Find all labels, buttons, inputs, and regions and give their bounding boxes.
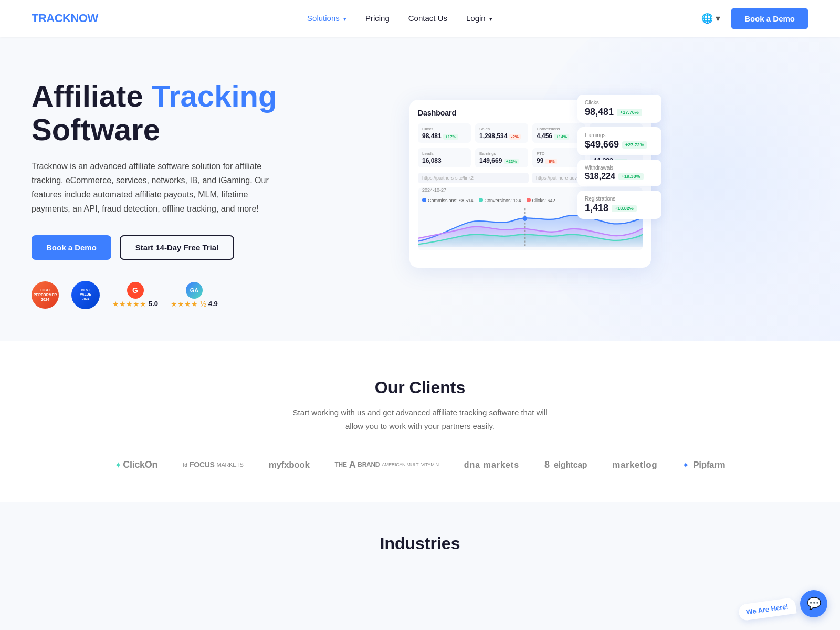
hero-section: Affiliate Tracking Software Tracknow is … <box>0 37 840 341</box>
stat-cards-column: Clicks 98,481 +17.76% Earnings $49,669 +… <box>578 94 662 219</box>
stat-clicks: Clicks 98,481 +17% <box>418 123 471 143</box>
industries-title: Industries <box>32 534 808 553</box>
clients-section-description: Start working with us and get advanced a… <box>284 406 556 433</box>
nav-item-login[interactable]: Login ▾ <box>466 14 492 23</box>
stat-card-registrations: Registrations 1,418 +18.82% <box>578 191 662 219</box>
badge-getapp: GA ★★★★½4.9 <box>171 282 218 308</box>
chevron-down-icon: ▾ <box>343 16 346 22</box>
chevron-down-icon: ▾ <box>489 16 492 22</box>
nav-right: 🌐 ▾ Book a Demo <box>701 8 808 29</box>
dashboard-title: Dashboard <box>418 109 456 117</box>
hero-book-demo-button[interactable]: Book a Demo <box>32 235 111 260</box>
dashboard-wrapper: Dashboard All Today Clicks 98,481 +17% S… <box>410 100 682 289</box>
badges-row: HIGHPERFORMER2024 BESTVALUE2024 G ★★★★★5… <box>32 281 284 309</box>
stat-card-clicks: Clicks 98,481 +17.76% <box>578 94 662 123</box>
hero-dashboard: Dashboard All Today Clicks 98,481 +17% S… <box>284 100 808 289</box>
stat-card-withdrawals: Withdrawals $18,224 +19.38% <box>578 160 662 186</box>
clients-section-title: Our Clients <box>32 378 808 397</box>
badge-capterra: BESTVALUE2024 <box>71 281 100 309</box>
clients-section: Our Clients Start working with us and ge… <box>0 341 840 502</box>
industries-section: Industries <box>0 502 840 578</box>
stat-leads: Leads 16,083 <box>418 148 471 167</box>
nav-item-solutions[interactable]: Solutions ▾ <box>307 14 346 23</box>
client-logo-myfxbook: myfxbook <box>269 460 310 470</box>
client-logo-focus: fd FOCUSMARKETS <box>183 460 243 469</box>
hero-description: Tracknow is an advanced affiliate softwa… <box>32 159 284 216</box>
getapp-rating: 4.9 <box>208 300 218 308</box>
stat-card-earnings: Earnings $49,669 +27.72% <box>578 127 662 155</box>
client-logo-dna: dna markets <box>464 460 519 470</box>
client-logo-pipfarm: ✦ Pipfarm <box>682 460 725 470</box>
affiliate-url-input[interactable]: https://partners-site/link2 <box>418 173 529 183</box>
badge-g2: G ★★★★★5.0 <box>112 282 158 308</box>
globe-icon[interactable]: 🌐 ▾ <box>701 13 720 24</box>
hero-title: Affiliate Tracking Software <box>32 79 284 146</box>
nav-item-pricing[interactable]: Pricing <box>365 14 390 23</box>
svg-point-1 <box>523 216 527 221</box>
nav-item-contact[interactable]: Contact Us <box>408 14 447 23</box>
client-logo-eightcap: 8 eightcap <box>544 459 587 470</box>
nav-book-demo-button[interactable]: Book a Demo <box>731 8 808 29</box>
hero-buttons: Book a Demo Start 14-Day Free Trial <box>32 235 284 260</box>
client-logo-thebrand: THE A BRAND AMERICAN MULTI-VITAMIN <box>335 459 439 471</box>
clients-logos: ✦ ClickOn fd FOCUSMARKETS myfxbook THE A… <box>32 459 808 471</box>
client-logo-marketlog: marketlog <box>612 460 657 470</box>
client-logo-clickon: ✦ ClickOn <box>115 459 158 470</box>
badge-high-performer: HIGHPERFORMER2024 <box>32 281 59 309</box>
g2-rating: 5.0 <box>149 300 158 308</box>
nav-links: Solutions ▾ Pricing Contact Us Login ▾ <box>307 14 492 23</box>
hero-content-left: Affiliate Tracking Software Tracknow is … <box>32 79 284 309</box>
stat-sales: Sales 1,298,534 -2% <box>475 123 528 143</box>
hero-free-trial-button[interactable]: Start 14-Day Free Trial <box>120 235 234 260</box>
logo[interactable]: TRACKNOW <box>32 12 98 25</box>
stat-earnings: Earnings 149,669 +22% <box>475 148 528 167</box>
navbar: TRACKNOW Solutions ▾ Pricing Contact Us … <box>0 0 840 37</box>
